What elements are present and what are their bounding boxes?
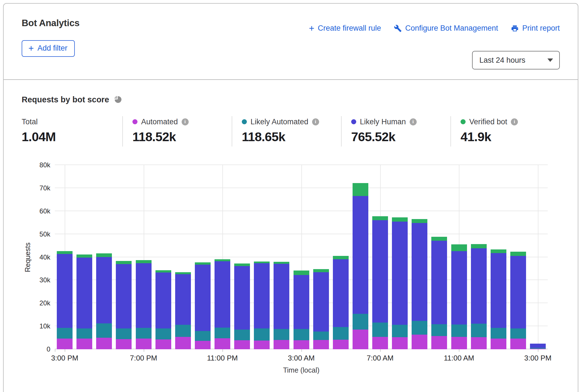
segment-likely-automated (412, 321, 427, 334)
stacked-bar-4-00-am[interactable] (313, 269, 329, 349)
bar-slot (528, 165, 548, 349)
stacked-bar-12-00-pm[interactable] (471, 244, 487, 349)
segment-automated (471, 337, 487, 349)
stacked-bar-3-00-pm[interactable] (57, 251, 73, 349)
bar-slot (370, 165, 390, 349)
segment-automated (510, 339, 526, 349)
segment-verified-bot (510, 252, 526, 256)
segment-likely-automated (57, 328, 73, 339)
y-tick-label: 70k (19, 184, 50, 192)
y-tick-label: 0 (19, 345, 50, 353)
bars-layer (55, 165, 548, 349)
requests-stacked-bar-chart: Requests 010k20k30k40k50k60k70k80k (55, 165, 548, 349)
stacked-bar-9-00-am[interactable] (412, 219, 427, 349)
configure-bot-management-link[interactable]: Configure Bot Management (394, 24, 498, 33)
segment-automated (215, 338, 230, 349)
stacked-bar-11-00-pm[interactable] (215, 259, 230, 349)
bar-slot (331, 165, 351, 349)
stacked-bar-7-00-am[interactable] (372, 216, 388, 349)
add-filter-label: Add filter (37, 44, 67, 53)
x-tick-label: 7:00 AM (367, 354, 393, 362)
segment-verified-bot (392, 217, 408, 222)
stat-total: Total 1.04M (22, 116, 122, 147)
segment-automated (57, 339, 73, 349)
x-tick-label: 3:00 AM (288, 354, 315, 362)
create-firewall-rule-link[interactable]: + Create firewall rule (309, 24, 381, 33)
x-tick-label: 11:00 PM (207, 354, 238, 362)
segment-verified-bot (195, 262, 211, 264)
segment-verified-bot (234, 263, 250, 266)
x-axis-tick (222, 349, 223, 352)
stat-automated: Automated i 118.52k (122, 116, 232, 147)
segment-likely-automated (76, 328, 92, 339)
stats-row: Total 1.04M Automated i 118.52k Likely A… (22, 116, 560, 147)
segment-likely-automated (372, 323, 388, 337)
segment-likely-human (412, 223, 427, 321)
segment-automated (530, 349, 546, 349)
bar-slot (114, 165, 134, 349)
time-range-dropdown[interactable]: Last 24 hours (472, 51, 560, 69)
y-tick-label: 60k (19, 207, 50, 215)
bar-slot (272, 165, 291, 349)
stacked-bar-6-00-am[interactable] (353, 183, 368, 349)
info-icon[interactable]: i (410, 118, 417, 125)
segment-automated (451, 337, 467, 349)
segment-likely-human (116, 264, 132, 328)
x-axis-tick (55, 349, 55, 352)
segment-verified-bot (372, 216, 388, 220)
stacked-bar-8-00-am[interactable] (392, 217, 408, 349)
segment-verified-bot (215, 259, 230, 261)
stacked-bar-3-00-pm[interactable] (530, 344, 546, 349)
x-tick-label: 7:00 PM (130, 354, 157, 362)
info-icon[interactable]: i (511, 118, 518, 125)
stacked-bar-9-00-pm[interactable] (175, 272, 191, 349)
segment-likely-automated (215, 328, 230, 338)
stat-total-label: Total (22, 118, 38, 126)
segment-verified-bot (471, 244, 487, 248)
segment-verified-bot (353, 183, 368, 196)
print-report-link[interactable]: Print report (511, 24, 560, 33)
stacked-bar-3-00-am[interactable] (294, 271, 309, 349)
stacked-bar-12-00-am[interactable] (234, 263, 250, 349)
stacked-bar-7-00-pm[interactable] (136, 260, 152, 349)
stacked-bar-2-00-am[interactable] (274, 262, 289, 349)
segment-automated (136, 339, 152, 349)
stat-verified-bot: Verified bot i 41.9k (450, 116, 560, 147)
y-tick-label: 40k (19, 253, 50, 261)
stacked-bar-2-00-pm[interactable] (510, 252, 526, 349)
stacked-bar-1-00-pm[interactable] (491, 249, 506, 349)
requests-by-bot-score-section: Requests by bot score Total 1.04M Automa… (4, 80, 578, 374)
info-icon[interactable]: i (182, 118, 189, 125)
stacked-bar-1-00-am[interactable] (254, 262, 270, 349)
bar-slot (311, 165, 331, 349)
segment-verified-bot (294, 271, 309, 275)
bar-slot (55, 165, 75, 349)
segment-automated (491, 339, 506, 349)
stacked-bar-6-00-pm[interactable] (116, 261, 132, 349)
bar-slot (469, 165, 489, 349)
bar-slot (154, 165, 173, 349)
stacked-bar-11-00-am[interactable] (451, 244, 467, 349)
bar-slot (489, 165, 508, 349)
info-icon[interactable]: i (312, 118, 319, 125)
add-filter-button[interactable]: + Add filter (22, 40, 75, 57)
x-tick-label: 3:00 PM (524, 354, 552, 362)
segment-automated (254, 341, 270, 349)
y-tick-label: 80k (19, 161, 50, 169)
stacked-bar-4-00-pm[interactable] (76, 254, 92, 349)
bar-slot (410, 165, 429, 349)
bar-slot (213, 165, 232, 349)
segment-likely-automated (491, 328, 506, 339)
stacked-bar-10-00-am[interactable] (431, 237, 447, 349)
stacked-bar-5-00-am[interactable] (333, 256, 349, 349)
stacked-bar-8-00-pm[interactable] (155, 270, 171, 349)
likely-human-legend-dot (351, 119, 356, 124)
segment-likely-human (57, 254, 73, 328)
stacked-bar-5-00-pm[interactable] (96, 253, 112, 349)
segment-likely-human (431, 241, 447, 324)
stacked-bar-10-00-pm[interactable] (195, 262, 211, 349)
segment-automated (96, 338, 112, 349)
segment-likely-human (451, 251, 467, 324)
segment-likely-human (155, 272, 171, 328)
segment-automated (76, 339, 92, 349)
